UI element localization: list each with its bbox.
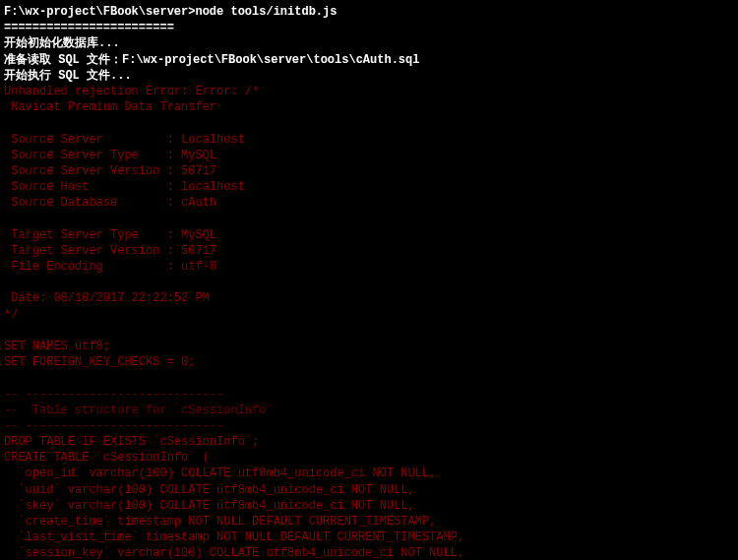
dashes-1: -- ----------------------------: [4, 387, 734, 403]
meta-date: Date: 08/10/2017 22:22:52 PM: [4, 290, 734, 306]
meta-source-server-type: Source Server Type : MySQL: [4, 148, 734, 163]
col-last-visit-time: `last_visit_time` timestamp NOT NULL DEF…: [4, 529, 734, 545]
init-line-1: 开始初始化数据库...: [4, 35, 734, 51]
dashes-2: -- ----------------------------: [4, 418, 734, 434]
fk-off: SET FOREIGN_KEY_CHECKS = 0;: [4, 354, 734, 370]
table-structure-comment: -- Table structure for `cSessionInfo`: [4, 403, 734, 418]
set-names: SET NAMES utf8;: [4, 339, 734, 354]
meta-source-database: Source Database : cAuth: [4, 195, 734, 211]
prompt-line: F:\wx-project\FBook\server>node tools/in…: [4, 4, 734, 20]
init-line-2: 准备读取 SQL 文件：F:\wx-project\FBook\server\t…: [4, 52, 734, 68]
blank-line: [4, 211, 734, 226]
init-line-3: 开始执行 SQL 文件...: [4, 68, 734, 84]
blank-line: [4, 275, 734, 290]
meta-source-server: Source Server : Localhost: [4, 132, 734, 148]
col-create-time: `create_time` timestamp NOT NULL DEFAULT…: [4, 514, 734, 529]
blank-line: [4, 370, 734, 386]
init-line-2a: 准备读取 SQL 文件：: [4, 53, 122, 67]
meta-source-host: Source Host : localhost: [4, 179, 734, 195]
meta-file-encoding: File Encoding : utf-8: [4, 259, 734, 275]
drop-table: DROP TABLE IF EXISTS `cSessionInfo`;: [4, 434, 734, 450]
horizontal-rule: ========================: [4, 20, 734, 35]
meta-target-server-version: Target Server Version : 50717: [4, 243, 734, 259]
error-header: Unhandled rejection Error: Error: /*: [4, 84, 734, 99]
col-open-id: `open_id` varchar(100) COLLATE utf8mb4_u…: [4, 466, 734, 481]
create-table: CREATE TABLE `cSessionInfo` (: [4, 450, 734, 466]
blank-line: [4, 323, 734, 339]
meta-target-server-type: Target Server Type : MySQL: [4, 227, 734, 243]
terminal-output: F:\wx-project\FBook\server>node tools/in…: [4, 4, 734, 560]
col-skey: `skey` varchar(100) COLLATE utf8mb4_unic…: [4, 498, 734, 514]
error-line-2: Navicat Premium Data Transfer: [4, 99, 734, 115]
meta-source-server-version: Source Server Version : 50717: [4, 163, 734, 179]
close-comment: */: [4, 307, 734, 323]
col-session-key: `session_key` varchar(100) COLLATE utf8m…: [4, 545, 734, 560]
init-line-2b: F:\wx-project\FBook\server\tools\cAuth.s…: [122, 53, 419, 67]
blank-line: [4, 115, 734, 131]
col-uuid: `uuid` varchar(100) COLLATE utf8mb4_unic…: [4, 482, 734, 498]
